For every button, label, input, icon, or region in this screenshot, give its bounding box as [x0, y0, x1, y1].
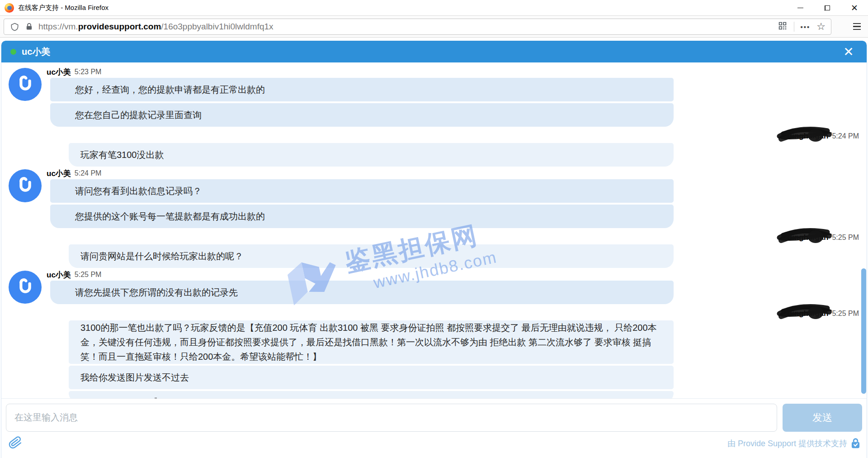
chat-scrollbar-thumb[interactable]	[861, 268, 866, 394]
agent-message-group: uc小美5:23 PM您好，经查询，您的提款申请都是有正常出款的您在您自己的提款…	[1, 67, 867, 127]
agent-message-group: uc小美5:24 PM请问您有看到出款信息记录吗？您提供的这个账号每一笔提款都是…	[1, 168, 867, 228]
menu-icon[interactable]	[853, 23, 861, 30]
visitor-message-bubble: 玩家有笔3100没出款	[69, 143, 674, 167]
message-time: 5:25 PM	[832, 310, 859, 318]
visitor-name: dinghaigan	[788, 309, 829, 318]
agent-message-group: uc小美5:25 PM请您先提供下您所谓的没有出款的记录先	[1, 270, 867, 304]
message-time: 5:25 PM	[75, 271, 102, 279]
visitor-message-bubble: 我给你发送图片发送不过去	[69, 366, 674, 389]
visitor-name: dinghaigan	[788, 233, 829, 242]
message-time: 5:25 PM	[832, 234, 859, 242]
chat-input-area: 发送 由 Provide Support 提供技术支持	[1, 398, 867, 458]
visitor-message-bubble: 请问贵网站是什么时候给玩家出款的呢？	[69, 244, 674, 268]
page-actions-icon[interactable]: •••	[801, 23, 811, 31]
url-bar[interactable]: https://vm.providesupport.com/16o3ppbyal…	[4, 19, 831, 35]
agent-avatar	[9, 271, 42, 304]
agent-avatar-logo-icon	[15, 277, 35, 297]
visitor-message-group: dinghaigan5:25 PM3100的那一笔也出款了吗？玩家反馈的是【充值…	[1, 309, 867, 398]
firefox-icon	[5, 3, 14, 13]
visitor-name: dinghaigan	[788, 132, 829, 141]
chat-header: uc小美 ✕	[1, 41, 867, 62]
secure-lock-icon	[851, 438, 860, 449]
agent-avatar-logo-icon	[15, 75, 35, 95]
agent-avatar	[9, 68, 42, 101]
message-list: uc小美5:23 PM您好，经查询，您的提款申请都是有正常出款的您在您自己的提款…	[1, 62, 867, 398]
message-time: 5:24 PM	[832, 132, 859, 140]
online-status-dot	[10, 49, 16, 55]
visitor-message-group: dinghaigan5:25 PM请问贵网站是什么时候给玩家出款的呢？	[1, 233, 867, 268]
minimize-icon	[797, 8, 803, 9]
agent-message-bubble: 请您先提供下您所谓的没有出款的记录先	[50, 281, 674, 304]
close-icon: ✕	[851, 4, 858, 12]
close-window-button[interactable]: ✕	[841, 0, 868, 16]
window-title: 在线客户支持 - Mozilla Firefox	[18, 4, 108, 12]
bookmark-star-icon[interactable]: ☆	[816, 21, 826, 33]
qr-code-icon[interactable]	[778, 21, 788, 33]
minimize-button[interactable]	[787, 0, 814, 16]
shield-icon[interactable]	[10, 22, 19, 32]
agent-message-bubble: 您在您自己的提款记录里面查询	[50, 103, 674, 127]
browser-navbar: https://vm.providesupport.com/16o3ppbyal…	[0, 16, 868, 38]
visitor-message-bubble: 3100的那一笔也出款了吗？玩家反馈的是【充值200 玩体育 出款3100 被黑…	[69, 320, 674, 364]
agent-name: uc小美	[47, 67, 71, 77]
message-time: 5:23 PM	[75, 68, 102, 76]
agent-name: uc小美	[47, 168, 71, 179]
send-button[interactable]: 发送	[783, 404, 862, 432]
agent-avatar	[9, 169, 42, 202]
agent-name: uc小美	[47, 270, 71, 280]
visitor-message-group: dinghaigan5:24 PM玩家有笔3100没出款	[1, 131, 867, 167]
lock-icon[interactable]	[25, 22, 33, 31]
message-input[interactable]	[6, 404, 777, 432]
chat-title: uc小美	[22, 46, 50, 58]
visitor-message-bubble	[69, 391, 674, 398]
agent-message-bubble: 您好，经查询，您的提款申请都是有正常出款的	[50, 78, 674, 101]
chat-close-button[interactable]: ✕	[837, 41, 860, 62]
urlbar-separator	[794, 22, 794, 32]
agent-avatar-logo-icon	[15, 176, 35, 196]
restore-icon	[825, 5, 830, 10]
attach-file-button[interactable]	[9, 435, 22, 452]
message-time: 5:24 PM	[75, 169, 102, 177]
agent-message-bubble: 请问您有看到出款信息记录吗？	[50, 179, 674, 203]
url-text[interactable]: https://vm.providesupport.com/16o3ppbyal…	[38, 22, 274, 32]
browser-titlebar: 在线客户支持 - Mozilla Firefox ✕	[0, 0, 868, 16]
powered-by-link[interactable]: 由 Provide Support 提供技术支持	[727, 438, 847, 449]
agent-message-bubble: 您提供的这个账号每一笔提款都是有成功出款的	[50, 205, 674, 228]
chat-widget: uc小美 ✕ uc小美5:23 PM您好，经查询，您的提款申请都是有正常出款的您…	[1, 41, 867, 458]
restore-button[interactable]	[814, 0, 841, 16]
